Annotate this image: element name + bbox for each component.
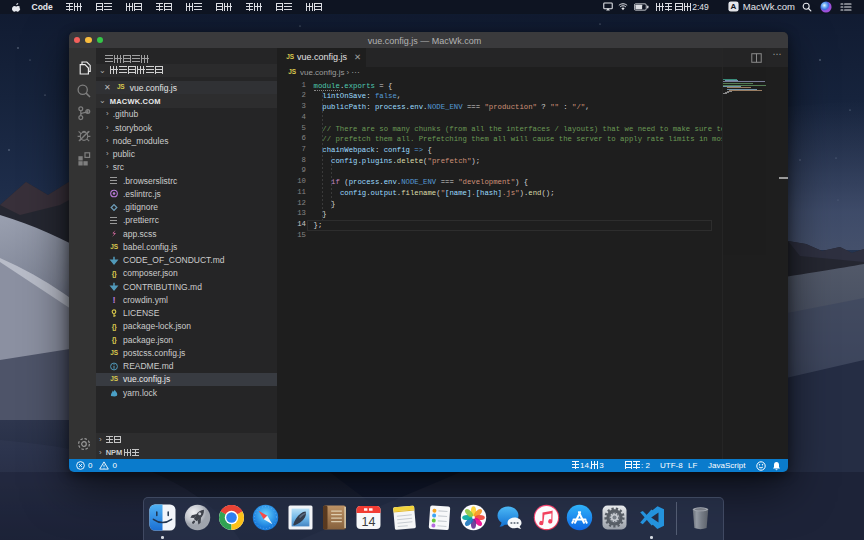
svg-text:A: A bbox=[730, 3, 736, 12]
svg-text:14: 14 bbox=[362, 515, 376, 529]
